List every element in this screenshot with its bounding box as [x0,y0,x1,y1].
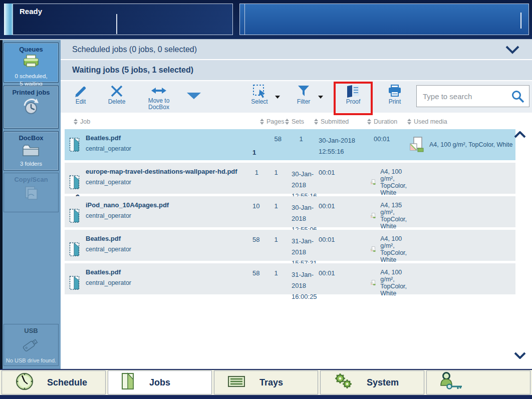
proof-book-icon [346,84,361,99]
jobs-label: Jobs [149,377,170,388]
job-name: iPod_nano_10A4pages.pdf [86,201,252,209]
triangle-down-icon [187,93,201,100]
row-badge: 1 [252,149,256,156]
table-row[interactable]: $ europe-map-travel-destinations-wallpap… [65,163,515,194]
sort-icon [367,117,371,127]
job-document-icon [69,137,81,152]
more-actions-button[interactable] [187,93,201,102]
filter-label: Filter [297,99,311,105]
nav-tab-jobs[interactable]: Jobs [108,370,212,394]
select-dropdown-caret[interactable] [274,96,281,101]
nav-tab-system[interactable]: System [320,370,424,394]
filter-dropdown-caret[interactable] [317,96,324,101]
sidebar-spacer [4,212,60,324]
job-submitted-date: 31-Jan-2018 [292,236,315,258]
job-name: Beatles.pdf [86,235,252,242]
select-button[interactable]: Select [245,84,274,111]
sort-header-pages[interactable]: Pages [260,117,284,127]
job-document-icon [69,242,81,257]
table-row[interactable]: $ Beatles.pdf central_operator 58 1 31-J… [65,263,515,294]
job-name-cell: Beatles.pdf central_operator [86,129,252,160]
table-row[interactable]: $ iPod_nano_10A4pages.pdf central_operat… [65,196,515,227]
trays-icon [227,374,246,391]
job-submitted-time: 16:00:25 [292,291,315,302]
sidebar-item-queues[interactable]: Queues 0 scheduled, 5 waiting [4,43,59,83]
main-area: Queues 0 scheduled, 5 waiting Printed jo… [0,40,532,369]
sort-header-duration[interactable]: Duration [367,117,397,127]
job-icon-cell: $ [65,263,86,302]
nav-tab-login[interactable] [426,370,530,394]
table-row[interactable]: $ Beatles.pdf central_operator 1 58 1 30… [65,129,515,160]
job-name: Beatles.pdf [86,268,252,276]
sort-header-used-media[interactable]: Used media [407,117,447,127]
job-duration: 00:01 [315,263,370,302]
search-icon[interactable] [511,90,525,106]
job-document-icon [69,275,81,290]
waiting-jobs-header[interactable]: Waiting jobs (5 jobs, 1 selected) [61,60,532,80]
media-sheet-icon [371,208,376,224]
scheduled-jobs-header[interactable]: Scheduled jobs (0 jobs, 0 selected) [61,40,532,59]
docbox-folder-count: 3 folders [20,160,42,168]
job-rows: $ Beatles.pdf central_operator 1 58 1 30… [65,129,515,294]
bottom-nav: Schedule Jobs Trays [0,369,532,399]
job-submitted-date: 30-Jan-2018 [319,135,370,146]
schedule-label: Schedule [47,377,87,388]
delete-button[interactable]: Delete [99,84,135,111]
search-box [416,85,529,107]
filter-funnel-icon [298,84,310,99]
user-key-icon [440,371,466,394]
table-row[interactable]: $ Beatles.pdf central_operator 58 1 31-J… [65,230,515,261]
job-owner: central_operator [86,145,252,152]
job-submitted: 30-Jan-2018 12:55:16 [315,129,370,160]
scroll-up-chevron-icon[interactable] [514,131,526,140]
sidebar-item-usb: USB No USB drive found. [4,324,59,366]
scroll-down-chevron-icon[interactable] [514,352,526,361]
job-submitted-time: 12:55:16 [319,146,370,157]
sort-header-submitted[interactable]: Submitted [314,117,349,127]
job-panel-tick [520,13,521,29]
job-status-panel[interactable] [239,4,529,35]
history-clock-icon [22,98,41,119]
sidebar: Queues 0 scheduled, 5 waiting Printed jo… [0,40,61,369]
proof-button[interactable]: Proof [337,84,369,111]
job-media-text: A4, 100 g/m², TopColor, White [429,141,513,148]
job-media-text: A4, 100 g/m², TopColor, White [380,168,409,196]
printed-jobs-label: Printed jobs [12,86,50,96]
printer-status-panel[interactable]: Ready [13,4,233,35]
media-sheet-icon [371,241,376,257]
sort-header-sets[interactable]: Sets [285,117,304,127]
delete-label: Delete [108,99,126,105]
job-icon-cell: $ [65,129,86,160]
media-sheet-icon [371,174,376,190]
job-name: europe-map-travel-destinations-wallpaper… [86,168,252,175]
job-name-cell: Beatles.pdf central_operator [86,263,252,302]
filter-button[interactable]: Filter [290,84,317,111]
media-sheet-icon [371,275,376,291]
move-to-docbox-button[interactable]: Move to DocBox [138,84,180,111]
row-badge-cell: 1 [252,129,264,160]
proof-label: Proof [346,99,361,105]
print-button[interactable]: Print [380,84,409,111]
job-sets: 1 [288,129,315,160]
job-owner: central_operator [86,212,252,219]
status-bar: Ready [0,0,532,40]
pencil-icon [74,84,88,99]
sidebar-item-docbox[interactable]: DocBox 3 folders [4,131,59,171]
media-sheet-icon [410,137,425,153]
sidebar-item-printed-jobs[interactable]: Printed jobs [4,86,59,129]
waiting-jobs-title: Waiting jobs (5 jobs, 1 selected) [72,66,193,75]
sort-icon [314,117,318,127]
job-owner: central_operator [86,179,252,186]
queues-label: Queues [19,43,43,53]
edit-button[interactable]: Edit [63,84,99,111]
edit-label: Edit [76,99,86,105]
chevron-down-icon[interactable] [505,45,520,56]
sort-header-job[interactable]: Job [74,117,90,127]
delete-x-icon [110,84,123,99]
job-sets: 1 [264,263,288,302]
sort-icon [260,117,264,127]
job-pages: 58 [252,263,264,302]
nav-tab-schedule[interactable]: Schedule [2,370,106,394]
nav-tab-trays[interactable]: Trays [214,370,318,394]
job-name: Beatles.pdf [86,134,252,142]
